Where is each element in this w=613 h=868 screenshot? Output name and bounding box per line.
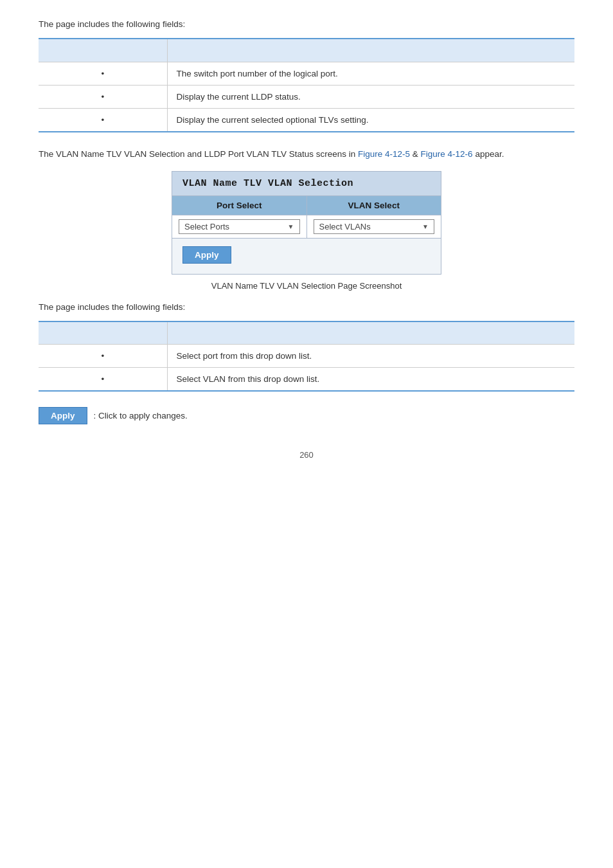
page-number: 260 [39, 450, 574, 460]
select-ports-dropdown[interactable]: Select Ports ▼ [179, 219, 300, 234]
apply-standalone-button[interactable]: Apply [39, 407, 87, 424]
table1-desc-2: Display the current LLDP status. [167, 85, 574, 108]
select-ports-label: Select Ports [184, 222, 229, 231]
select-ports-arrow-icon: ▼ [288, 223, 294, 230]
vlan-box-col1-header: Port Select [172, 196, 307, 215]
intro-text-1: The page includes the following fields: [39, 19, 574, 29]
table2-bullet-1: • [39, 345, 167, 368]
vlan-box-dropdowns-row: Select Ports ▼ Select VLANs ▼ [172, 215, 441, 239]
figure-link-2[interactable]: Figure 4-12-6 [421, 149, 473, 159]
table1-bullet-1: • [39, 62, 167, 85]
field-table-2: • Select port from this drop down list. … [39, 321, 574, 392]
table1-desc-3: Display the current selected optional TL… [167, 108, 574, 132]
vlan-box-col1-cell: Select Ports ▼ [172, 215, 307, 238]
table2-header-col1 [39, 321, 167, 345]
table2-header-col2 [167, 321, 574, 345]
table1-header-col1 [39, 39, 167, 62]
figure-link-1[interactable]: Figure 4-12-5 [358, 149, 410, 159]
table1-desc-1: The switch port number of the logical po… [167, 62, 574, 85]
table1-bullet-3: • [39, 108, 167, 132]
vlan-box-apply-button[interactable]: Apply [182, 246, 231, 264]
select-vlans-label: Select VLANs [319, 222, 371, 231]
desc-para: The VLAN Name TLV VLAN Selection and LLD… [39, 148, 574, 161]
table2-desc-2: Select VLAN from this drop down list. [167, 368, 574, 392]
vlan-name-tlv-box: VLAN Name TLV VLAN Selection Port Select… [172, 171, 441, 275]
field-table-1: • The switch port number of the logical … [39, 38, 574, 132]
select-vlans-dropdown[interactable]: Select VLANs ▼ [314, 219, 435, 234]
select-vlans-arrow-icon: ▼ [422, 223, 429, 230]
table2-desc-1: Select port from this drop down list. [167, 345, 574, 368]
table2-bullet-2: • [39, 368, 167, 392]
apply-standalone-row: Apply : Click to apply changes. [39, 407, 574, 424]
vlan-box-caption: VLAN Name TLV VLAN Selection Page Screen… [39, 281, 574, 291]
vlan-box-title: VLAN Name TLV VLAN Selection [172, 172, 441, 196]
table1-header-col2 [167, 39, 574, 62]
apply-standalone-desc: : Click to apply changes. [94, 411, 188, 420]
intro-text-2: The page includes the following fields: [39, 302, 574, 312]
desc-para-text: The VLAN Name TLV VLAN Selection and LLD… [39, 149, 358, 159]
table1-bullet-2: • [39, 85, 167, 108]
vlan-box-header-row: Port Select VLAN Select [172, 196, 441, 215]
vlan-box-col2-header: VLAN Select [307, 196, 441, 215]
vlan-box-col2-cell: Select VLANs ▼ [307, 215, 441, 238]
vlan-box-apply-row: Apply [172, 239, 441, 264]
